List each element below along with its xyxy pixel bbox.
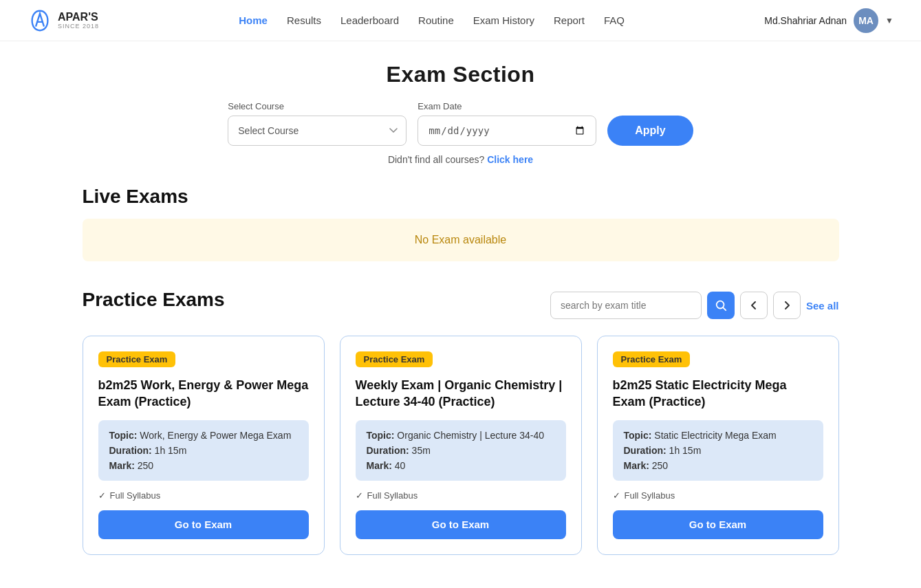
- date-input[interactable]: [418, 116, 596, 146]
- search-button[interactable]: [707, 292, 735, 319]
- not-found-text: Didn't find all courses? Click here: [83, 154, 839, 165]
- chevron-down-icon: ▼: [885, 16, 893, 25]
- card-info-box: Topic: Organic Chemistry | Lecture 34-40…: [356, 420, 566, 481]
- practice-badge: Practice Exam: [356, 351, 433, 367]
- prev-arrow-button[interactable]: [740, 292, 768, 319]
- right-arrow-icon: [781, 300, 792, 311]
- left-arrow-icon: [748, 300, 759, 311]
- practice-exams-section: Practice Exams: [83, 289, 839, 555]
- nav-link-leaderboard[interactable]: Leaderboard: [340, 14, 399, 26]
- nav-link-report[interactable]: Report: [554, 14, 585, 26]
- practice-search-controls: See all: [550, 292, 839, 319]
- date-label: Exam Date: [418, 101, 596, 111]
- card-duration: Duration: 1h 15m: [624, 445, 812, 456]
- card-title: b2m25 Static Electricity Mega Exam (Prac…: [613, 377, 823, 411]
- page-title-section: Exam Section: [83, 41, 839, 101]
- search-input-wrap: [550, 292, 702, 319]
- nav-link-exam-history[interactable]: Exam History: [473, 14, 534, 26]
- practice-header: Practice Exams: [83, 289, 839, 322]
- course-label: Select Course: [228, 101, 407, 111]
- practice-badge: Practice Exam: [98, 351, 176, 367]
- card-topic: Topic: Work, Energy & Power Mega Exam: [109, 430, 298, 441]
- card-topic: Topic: Static Electricity Mega Exam: [624, 430, 812, 441]
- card-topic: Topic: Organic Chemistry | Lecture 34-40: [367, 430, 555, 441]
- card-syllabus: Full Syllabus: [98, 490, 309, 501]
- card-duration: Duration: 35m: [367, 445, 555, 456]
- card-info-box: Topic: Static Electricity Mega Exam Dura…: [613, 420, 823, 481]
- card-syllabus: Full Syllabus: [613, 490, 823, 501]
- logo-icon: [28, 8, 52, 33]
- card-mark: Mark: 40: [367, 460, 555, 471]
- card-mark: Mark: 250: [109, 460, 298, 471]
- practice-exams-title: Practice Exams: [83, 289, 225, 311]
- live-exams-section: Live Exams No Exam available: [83, 186, 839, 261]
- nav-link-routine[interactable]: Routine: [418, 14, 454, 26]
- exam-card: Practice Exam b2m25 Work, Energy & Power…: [83, 336, 325, 555]
- nav-user-name: Md.Shahriar Adnan: [764, 15, 847, 26]
- date-filter-group: Exam Date: [418, 101, 596, 146]
- apply-button[interactable]: Apply: [607, 116, 693, 146]
- card-mark: Mark: 250: [624, 460, 812, 471]
- avatar: MA: [854, 8, 878, 33]
- nav-links: Home Results Leaderboard Routine Exam Hi…: [239, 14, 625, 26]
- navbar: APAR'S SINCE 2018 Home Results Leaderboa…: [0, 0, 921, 41]
- nav-link-results[interactable]: Results: [287, 14, 321, 26]
- nav-link-home[interactable]: Home: [239, 14, 268, 26]
- course-filter-group: Select Course Select Course: [228, 101, 407, 146]
- filter-row: Select Course Select Course Exam Date Ap…: [83, 101, 839, 146]
- go-to-exam-button[interactable]: Go to Exam: [98, 510, 309, 539]
- click-here-link[interactable]: Click here: [487, 154, 533, 165]
- card-syllabus: Full Syllabus: [356, 490, 566, 501]
- card-title: Weekly Exam | Organic Chemistry | Lectur…: [356, 377, 566, 411]
- logo-subtitle: SINCE 2018: [58, 23, 99, 30]
- go-to-exam-button[interactable]: Go to Exam: [356, 510, 566, 539]
- nav-link-faq[interactable]: FAQ: [604, 14, 625, 26]
- next-arrow-button[interactable]: [773, 292, 801, 319]
- cards-grid: Practice Exam b2m25 Work, Energy & Power…: [83, 336, 839, 555]
- search-input[interactable]: [550, 292, 702, 319]
- page-title: Exam Section: [83, 62, 839, 87]
- course-select[interactable]: Select Course: [228, 116, 407, 146]
- logo-text: APAR'S: [58, 11, 99, 23]
- see-all-link[interactable]: See all: [806, 300, 839, 312]
- exam-card: Practice Exam Weekly Exam | Organic Chem…: [340, 336, 582, 555]
- no-exam-banner: No Exam available: [83, 219, 839, 261]
- card-info-box: Topic: Work, Energy & Power Mega Exam Du…: [98, 420, 309, 481]
- card-duration: Duration: 1h 15m: [109, 445, 298, 456]
- main-content: Exam Section Select Course Select Course…: [55, 41, 867, 588]
- live-exams-title: Live Exams: [83, 186, 839, 208]
- search-icon: [715, 299, 727, 312]
- go-to-exam-button[interactable]: Go to Exam: [613, 510, 823, 539]
- nav-user[interactable]: Md.Shahriar Adnan MA ▼: [764, 8, 893, 33]
- exam-card: Practice Exam b2m25 Static Electricity M…: [597, 336, 839, 555]
- practice-badge: Practice Exam: [613, 351, 691, 367]
- nav-logo[interactable]: APAR'S SINCE 2018: [28, 8, 99, 33]
- card-title: b2m25 Work, Energy & Power Mega Exam (Pr…: [98, 377, 309, 411]
